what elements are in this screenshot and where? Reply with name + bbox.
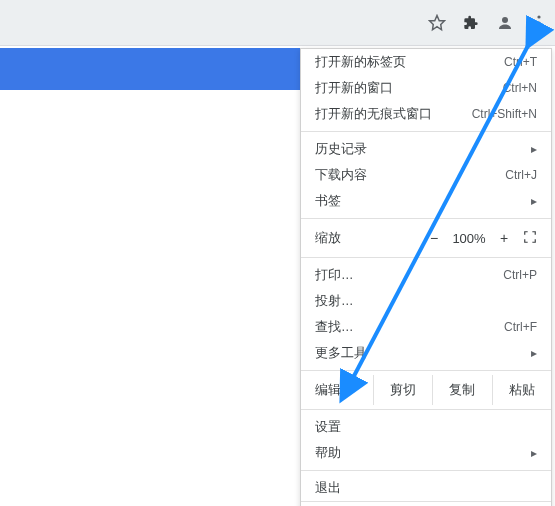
menu-label: 书签: [315, 193, 341, 210]
menu-label: 投射…: [315, 293, 354, 310]
menu-shortcut: Ctrl+P: [503, 268, 537, 282]
page-header-strip: [0, 48, 300, 90]
menu-separator: [301, 218, 551, 219]
svg-point-3: [537, 21, 540, 24]
menu-item-more-tools[interactable]: 更多工具 ▸: [301, 340, 551, 366]
menu-shortcut: Ctrl+F: [504, 320, 537, 334]
edit-paste-button[interactable]: 粘贴: [492, 375, 551, 405]
menu-item-managed[interactable]: 由贵单位管理: [301, 501, 551, 506]
menu-item-edit: 编辑 剪切 复制 粘贴: [301, 375, 551, 405]
menu-label: 打印…: [315, 267, 354, 284]
menu-item-new-window[interactable]: 打开新的窗口 Ctrl+N: [301, 75, 551, 101]
menu-item-new-incognito[interactable]: 打开新的无痕式窗口 Ctrl+Shift+N: [301, 101, 551, 127]
menu-label: 历史记录: [315, 141, 367, 158]
edit-copy-button[interactable]: 复制: [432, 375, 491, 405]
menu-item-find[interactable]: 查找… Ctrl+F: [301, 314, 551, 340]
menu-separator: [301, 370, 551, 371]
svg-point-4: [537, 27, 540, 30]
menu-item-help[interactable]: 帮助 ▸: [301, 440, 551, 466]
menu-item-zoom: 缩放 − 100% +: [301, 223, 551, 253]
zoom-label: 缩放: [315, 229, 341, 247]
menu-shortcut: Ctrl+T: [504, 55, 537, 69]
menu-label: 下载内容: [315, 167, 367, 184]
menu-label: 更多工具: [315, 345, 367, 362]
extensions-icon[interactable]: [461, 13, 481, 33]
menu-label: 设置: [315, 419, 341, 436]
menu-label: 打开新的无痕式窗口: [315, 106, 432, 123]
chrome-main-menu: 打开新的标签页 Ctrl+T 打开新的窗口 Ctrl+N 打开新的无痕式窗口 C…: [300, 48, 552, 506]
menu-item-cast[interactable]: 投射…: [301, 288, 551, 314]
edit-cut-button[interactable]: 剪切: [373, 375, 432, 405]
menu-label: 退出: [315, 480, 341, 497]
menu-separator: [301, 257, 551, 258]
zoom-out-button[interactable]: −: [421, 230, 447, 246]
svg-marker-0: [430, 15, 445, 29]
menu-shortcut: Ctrl+J: [505, 168, 537, 182]
svg-point-1: [502, 17, 508, 23]
submenu-arrow-icon: ▸: [531, 446, 537, 460]
menu-label: 打开新的窗口: [315, 80, 393, 97]
menu-separator: [301, 131, 551, 132]
star-icon[interactable]: [427, 13, 447, 33]
menu-shortcut: Ctrl+N: [503, 81, 537, 95]
menu-item-new-tab[interactable]: 打开新的标签页 Ctrl+T: [301, 49, 551, 75]
submenu-arrow-icon: ▸: [531, 194, 537, 208]
menu-label: 查找…: [315, 319, 354, 336]
menu-label: 帮助: [315, 445, 341, 462]
fullscreen-icon[interactable]: [517, 230, 543, 247]
menu-item-settings[interactable]: 设置: [301, 414, 551, 440]
kebab-menu-icon[interactable]: [529, 13, 549, 33]
svg-point-2: [537, 15, 540, 18]
menu-separator: [301, 409, 551, 410]
submenu-arrow-icon: ▸: [531, 346, 537, 360]
menu-item-print[interactable]: 打印… Ctrl+P: [301, 262, 551, 288]
edit-label: 编辑: [315, 381, 373, 399]
menu-item-bookmarks[interactable]: 书签 ▸: [301, 188, 551, 214]
zoom-in-button[interactable]: +: [491, 230, 517, 246]
zoom-value: 100%: [447, 231, 491, 246]
menu-item-exit[interactable]: 退出: [301, 475, 551, 501]
submenu-arrow-icon: ▸: [531, 142, 537, 156]
browser-toolbar: [0, 0, 555, 46]
menu-separator: [301, 470, 551, 471]
menu-item-history[interactable]: 历史记录 ▸: [301, 136, 551, 162]
menu-label: 打开新的标签页: [315, 54, 406, 71]
menu-item-downloads[interactable]: 下载内容 Ctrl+J: [301, 162, 551, 188]
profile-icon[interactable]: [495, 13, 515, 33]
menu-shortcut: Ctrl+Shift+N: [472, 107, 537, 121]
